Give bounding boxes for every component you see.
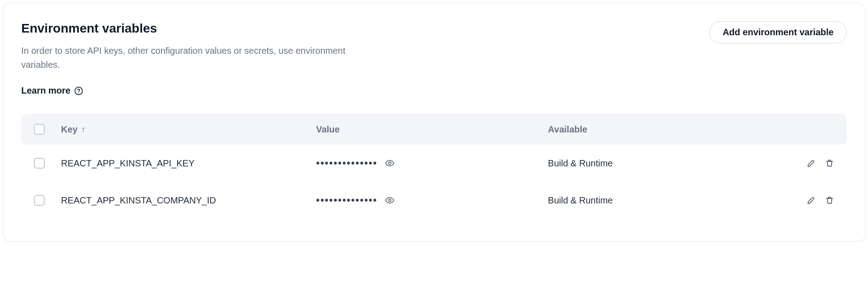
select-all-cell: [34, 124, 61, 135]
edit-button[interactable]: [807, 196, 816, 205]
masked-value: ••••••••••••••: [316, 194, 377, 206]
section-title: Environment variables: [21, 21, 365, 36]
env-var-key: REACT_APP_KINSTA_API_KEY: [61, 158, 316, 169]
row-actions: [780, 159, 834, 168]
section-description: In order to store API keys, other config…: [21, 44, 365, 72]
svg-point-1: [78, 92, 79, 93]
svg-point-2: [388, 162, 391, 165]
table-row: REACT_APP_KINSTA_COMPANY_ID ••••••••••••…: [21, 182, 847, 219]
row-select-cell: [34, 158, 61, 169]
card-header: Environment variables In order to store …: [21, 21, 847, 96]
column-header-available[interactable]: Available: [548, 124, 780, 135]
table-row: REACT_APP_KINSTA_API_KEY •••••••••••••• …: [21, 145, 847, 182]
masked-value: ••••••••••••••: [316, 157, 377, 169]
env-var-key: REACT_APP_KINSTA_COMPANY_ID: [61, 195, 316, 206]
reveal-value-button[interactable]: [385, 158, 395, 168]
table-header-row: Key ↑ Value Available: [21, 114, 847, 145]
table-body: REACT_APP_KINSTA_API_KEY •••••••••••••• …: [21, 145, 847, 219]
learn-more-link[interactable]: Learn more: [21, 85, 83, 96]
row-actions: [780, 196, 834, 205]
learn-more-label: Learn more: [21, 85, 71, 96]
title-block: Environment variables In order to store …: [21, 21, 365, 96]
env-var-available: Build & Runtime: [548, 158, 780, 169]
column-header-value[interactable]: Value: [316, 124, 548, 135]
env-var-value-cell: ••••••••••••••: [316, 194, 548, 206]
delete-button[interactable]: [825, 159, 834, 168]
column-header-key[interactable]: Key ↑: [61, 124, 316, 135]
select-all-checkbox[interactable]: [34, 124, 45, 135]
column-header-key-label: Key: [61, 124, 78, 135]
help-icon: [74, 86, 83, 95]
sort-ascending-icon: ↑: [81, 125, 85, 134]
delete-button[interactable]: [825, 196, 834, 205]
add-environment-variable-button[interactable]: Add environment variable: [709, 21, 847, 43]
svg-point-3: [388, 199, 391, 202]
row-checkbox[interactable]: [34, 158, 45, 169]
reveal-value-button[interactable]: [385, 195, 395, 205]
row-checkbox[interactable]: [34, 195, 45, 206]
env-var-value-cell: ••••••••••••••: [316, 157, 548, 169]
env-var-available: Build & Runtime: [548, 195, 780, 206]
row-select-cell: [34, 195, 61, 206]
column-header-available-label: Available: [548, 124, 587, 135]
edit-button[interactable]: [807, 159, 816, 168]
environment-variables-card: Environment variables In order to store …: [3, 3, 865, 242]
env-vars-table: Key ↑ Value Available REACT_APP_KINSTA_A…: [21, 114, 847, 219]
column-header-value-label: Value: [316, 124, 340, 135]
